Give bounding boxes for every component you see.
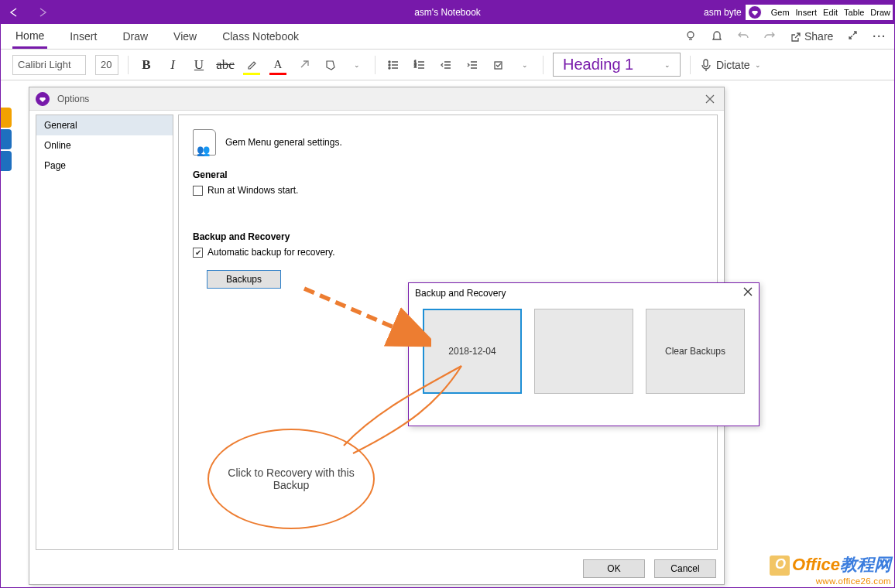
tab-view[interactable]: View <box>170 26 200 47</box>
annotation-bubble: Click to Recovery with this Backup <box>207 429 375 529</box>
run-at-start-label: Run at Windows start. <box>207 185 298 196</box>
dropdown-icon[interactable]: ⌄ <box>348 56 365 74</box>
cancel-button[interactable]: Cancel <box>654 559 716 578</box>
gem-menu-insert[interactable]: Insert <box>796 8 818 17</box>
dialog-title: Options <box>57 94 89 104</box>
backup-recovery-dialog: Backup and Recovery 2018-12-04 Clear Bac… <box>408 282 760 426</box>
highlight-button[interactable] <box>243 56 260 74</box>
gem-icon <box>36 92 50 106</box>
bell-icon[interactable] <box>711 29 723 44</box>
svg-point-4 <box>389 64 390 66</box>
share-label: Share <box>804 30 833 43</box>
backup-tile-1[interactable]: 2018-12-04 <box>423 309 522 394</box>
backups-button[interactable]: Backups <box>207 270 281 289</box>
close-button[interactable] <box>696 87 724 111</box>
watermark-cn: 教程网 <box>840 555 891 574</box>
dictate-button[interactable]: Dictate ⌄ <box>700 58 761 72</box>
auto-backup-label: Automatic backup for recovery. <box>207 247 335 258</box>
redo-icon[interactable] <box>763 29 776 44</box>
svg-marker-0 <box>752 11 758 15</box>
chevron-down-icon: ⌄ <box>755 61 761 69</box>
watermark: Office教程网 www.office26.com <box>770 553 891 586</box>
font-size-input[interactable] <box>95 55 118 75</box>
gem-menu-edit[interactable]: Edit <box>823 8 838 17</box>
style-label: Heading 1 <box>563 56 633 74</box>
section-tab-2[interactable] <box>1 129 12 149</box>
watermark-url: www.office26.com <box>770 576 891 586</box>
annotation-text: Click to Recovery with this Backup <box>209 467 373 491</box>
auto-backup-checkbox[interactable]: ✔ Automatic backup for recovery. <box>193 247 703 258</box>
svg-point-3 <box>389 61 390 63</box>
tab-insert[interactable]: Insert <box>67 26 100 47</box>
svg-text:2: 2 <box>414 63 417 68</box>
gem-menu-gem[interactable]: Gem <box>771 8 790 17</box>
dictate-label: Dictate <box>716 59 750 71</box>
checkbox-checked-icon: ✔ <box>193 248 203 258</box>
settings-file-icon <box>193 129 216 156</box>
back-button[interactable] <box>1 1 29 24</box>
sidebar-item-online[interactable]: Online <box>36 135 173 156</box>
gem-menu-table[interactable]: Table <box>844 8 864 17</box>
dialog-titlebar: Options <box>29 87 724 111</box>
tab-classnotebook[interactable]: Class Notebook <box>219 26 302 47</box>
intro-text: Gem Menu general settings. <box>225 137 342 148</box>
lightbulb-icon[interactable] <box>684 29 697 44</box>
title-bar: asm's Notebook asm byte Gem Insert Edit … <box>1 1 894 24</box>
svg-point-1 <box>688 32 694 38</box>
numbering-button[interactable]: 12 <box>411 56 428 74</box>
backup-dialog-title: Backup and Recovery <box>415 288 506 299</box>
microphone-icon <box>700 58 712 72</box>
dropdown-icon[interactable]: ⌄ <box>516 56 533 74</box>
ribbon-tab-row: Home Insert Draw View Class Notebook Sha… <box>1 24 894 50</box>
indent-button[interactable] <box>464 56 481 74</box>
section-backup-heading: Backup and Recovery <box>193 231 703 242</box>
undo-icon[interactable] <box>737 29 749 44</box>
format-painter-button[interactable] <box>322 56 339 74</box>
checklist-button[interactable] <box>490 56 507 74</box>
gem-menu-bar: Gem Insert Edit Table Draw <box>746 5 893 20</box>
section-tab-1[interactable] <box>1 108 12 128</box>
italic-button[interactable]: I <box>164 56 181 74</box>
close-button[interactable] <box>743 287 753 299</box>
chevron-down-icon: ⌄ <box>664 61 670 69</box>
svg-rect-9 <box>704 60 708 67</box>
section-general-heading: General <box>193 169 703 180</box>
tab-draw[interactable]: Draw <box>119 26 151 47</box>
section-tab-3[interactable] <box>1 151 12 171</box>
forward-button[interactable] <box>29 1 57 24</box>
watermark-icon <box>770 556 790 576</box>
user-label: asm byte <box>704 7 742 18</box>
gem-icon <box>748 5 762 19</box>
svg-marker-10 <box>39 97 46 102</box>
fontcolor-button[interactable]: A <box>269 56 286 74</box>
outdent-button[interactable] <box>437 56 454 74</box>
options-sidebar: General Online Page <box>36 115 173 550</box>
backup-tile-2[interactable] <box>534 309 633 394</box>
clear-format-button[interactable] <box>296 56 313 74</box>
svg-point-5 <box>389 67 390 69</box>
underline-button[interactable]: U <box>190 56 207 74</box>
sidebar-item-page[interactable]: Page <box>36 156 173 176</box>
sidebar-item-general[interactable]: General <box>36 115 173 135</box>
tab-home[interactable]: Home <box>12 25 47 49</box>
run-at-start-checkbox[interactable]: Run at Windows start. <box>193 185 703 196</box>
bold-button[interactable]: B <box>138 56 155 74</box>
font-name-input[interactable] <box>12 55 86 75</box>
ok-button[interactable]: OK <box>583 559 645 578</box>
gem-menu-draw[interactable]: Draw <box>870 8 890 17</box>
svg-rect-8 <box>495 62 502 69</box>
fullscreen-icon[interactable] <box>847 29 859 43</box>
more-icon[interactable]: ··· <box>873 30 886 43</box>
bullets-button[interactable] <box>385 56 402 74</box>
checkbox-icon <box>193 186 203 196</box>
ribbon-toolbar: B I U abc A ⌄ 12 ⌄ Heading 1 ⌄ Dictate ⌄ <box>1 50 894 80</box>
share-button[interactable]: Share <box>790 30 833 43</box>
style-selector[interactable]: Heading 1 ⌄ <box>553 53 681 77</box>
watermark-brand: Office <box>792 555 840 574</box>
strikethrough-button[interactable]: abc <box>217 56 234 74</box>
clear-backups-tile[interactable]: Clear Backups <box>646 309 745 394</box>
window-title: asm's Notebook <box>414 7 481 18</box>
svg-marker-2 <box>327 61 334 70</box>
